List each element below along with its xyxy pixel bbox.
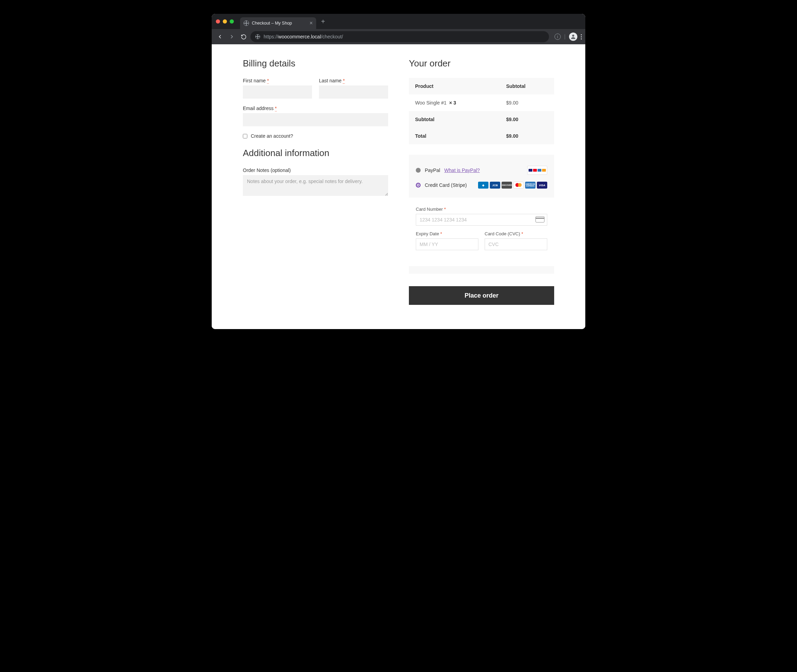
cvc-label: Card Code (CVC) * (485, 231, 547, 236)
order-notes-input[interactable] (243, 175, 388, 196)
billing-heading: Billing details (243, 58, 388, 69)
line-item-total: $9.00 (500, 94, 554, 111)
url-text: https://woocommerce.local/checkout/ (264, 34, 343, 40)
new-tab-button[interactable]: + (321, 18, 325, 26)
total-label: Total (409, 128, 500, 144)
amex-icon: AMERICANEXPRESS (525, 182, 535, 189)
card-number-label: Card Number * (416, 206, 547, 212)
th-subtotal: Subtotal (500, 78, 554, 94)
what-is-paypal-link[interactable]: What is PayPal? (444, 168, 480, 173)
minimize-window-button[interactable] (223, 19, 227, 24)
cvc-input[interactable] (485, 238, 547, 250)
address-bar[interactable]: https://woocommerce.local/checkout/ (251, 31, 549, 42)
total-value: $9.00 (500, 128, 554, 144)
stripe-label: Credit Card (Stripe) (425, 182, 466, 188)
additional-heading: Additional information (243, 148, 388, 158)
payment-methods: PayPal What is PayPal? (409, 155, 554, 274)
radio-icon (416, 168, 421, 173)
jcb-icon: JCB (490, 182, 500, 189)
browser-window: Checkout – My Shop × + https://woocommer… (212, 14, 585, 329)
email-label: Email address * (243, 106, 388, 111)
titlebar: Checkout – My Shop × + (212, 14, 585, 29)
diners-icon: ◈ (478, 182, 489, 189)
card-icon (535, 216, 545, 222)
browser-menu-button[interactable] (581, 34, 582, 40)
reload-button[interactable] (239, 32, 248, 42)
site-info-icon[interactable] (255, 34, 260, 39)
first-name-input[interactable] (243, 85, 312, 99)
last-name-input[interactable] (319, 85, 388, 99)
tab-title: Checkout – My Shop (252, 21, 292, 26)
subtotal-value: $9.00 (500, 111, 554, 128)
line-item-qty: × 3 (449, 100, 456, 106)
forward-button[interactable] (227, 32, 236, 42)
payment-option-stripe[interactable]: Credit Card (Stripe) ◈ JCB DISCOVER AMER… (409, 178, 554, 192)
order-column: Your order Product Subtotal Woo Single #… (409, 58, 554, 305)
profile-button[interactable] (569, 32, 577, 41)
window-controls (216, 19, 234, 24)
first-name-label: First name * (243, 78, 312, 83)
paypal-label: PayPal (425, 168, 440, 173)
fullscreen-window-button[interactable] (230, 19, 234, 24)
order-review-table: Product Subtotal Woo Single #1 × 3 $9.00 (409, 78, 554, 144)
billing-column: Billing details First name * Last name * (243, 58, 388, 305)
svg-point-0 (572, 35, 574, 37)
browser-tab[interactable]: Checkout – My Shop × (240, 17, 316, 29)
order-heading: Your order (409, 58, 554, 69)
last-name-label: Last name * (319, 78, 388, 83)
discover-icon: DISCOVER (502, 182, 512, 189)
subtotal-label: Subtotal (409, 111, 500, 128)
stripe-card-form: Card Number * Expiry Date (409, 198, 554, 266)
close-tab-button[interactable]: × (310, 21, 313, 26)
expiry-input[interactable] (416, 238, 478, 250)
email-input[interactable] (243, 113, 388, 126)
card-number-input[interactable] (416, 214, 547, 226)
visa-icon: VISA (537, 182, 547, 189)
payment-option-paypal[interactable]: PayPal What is PayPal? (409, 162, 554, 178)
create-account-label: Create an account? (251, 133, 293, 139)
mastercard-icon (513, 182, 524, 189)
close-window-button[interactable] (216, 19, 220, 24)
order-notes-label: Order Notes (optional) (243, 168, 388, 173)
th-product: Product (409, 78, 500, 94)
page-content: Billing details First name * Last name * (212, 44, 585, 329)
back-button[interactable] (215, 32, 225, 42)
paypal-cards-icon (527, 166, 547, 175)
place-order-button[interactable]: Place order (409, 286, 554, 305)
browser-toolbar: https://woocommerce.local/checkout/ i | (212, 29, 585, 44)
info-icon[interactable]: i (554, 34, 561, 40)
radio-selected-icon (416, 183, 421, 187)
order-line-item: Woo Single #1 × 3 $9.00 (409, 94, 554, 111)
globe-icon (244, 21, 249, 26)
create-account-checkbox[interactable] (243, 134, 248, 138)
expiry-label: Expiry Date * (416, 231, 478, 236)
line-item-name: Woo Single #1 (415, 100, 447, 106)
